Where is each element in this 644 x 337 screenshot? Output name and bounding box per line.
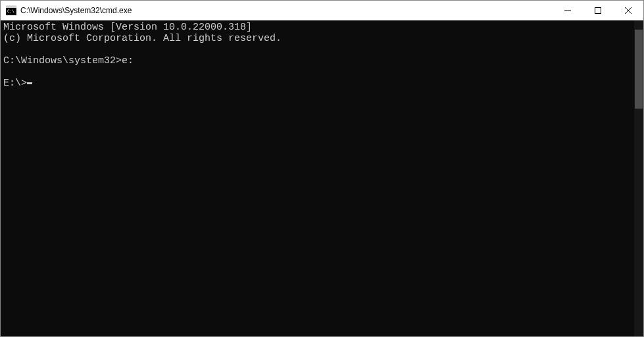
- close-icon: [625, 7, 632, 14]
- maximize-icon: [595, 7, 601, 14]
- terminal-output[interactable]: Microsoft Windows [Version 10.0.22000.31…: [1, 20, 634, 336]
- minimize-icon: [564, 7, 571, 14]
- prompt-command: e:: [122, 55, 134, 66]
- window-controls: [553, 1, 643, 20]
- cursor: [27, 82, 32, 84]
- prompt-path: C:\Windows\system32>: [3, 55, 122, 66]
- svg-rect-1: [6, 6, 16, 8]
- cmd-window: C:\ C:\Windows\System32\cmd.exe: [0, 0, 644, 337]
- vertical-scrollbar[interactable]: [634, 20, 643, 336]
- window-title: C:\Windows\System32\cmd.exe: [20, 6, 553, 15]
- maximize-button[interactable]: [583, 1, 613, 20]
- terminal-line: Microsoft Windows [Version 10.0.22000.31…: [3, 22, 252, 33]
- svg-text:C:\: C:\: [7, 9, 14, 13]
- terminal-area[interactable]: Microsoft Windows [Version 10.0.22000.31…: [1, 20, 643, 336]
- minimize-button[interactable]: [553, 1, 583, 20]
- close-button[interactable]: [613, 1, 643, 20]
- scrollbar-thumb[interactable]: [635, 30, 643, 109]
- cmd-icon: C:\: [6, 5, 16, 16]
- titlebar[interactable]: C:\ C:\Windows\System32\cmd.exe: [1, 1, 643, 20]
- prompt-path: E:\>: [3, 78, 27, 89]
- svg-rect-4: [595, 8, 601, 14]
- terminal-line: (c) Microsoft Corporation. All rights re…: [3, 33, 282, 44]
